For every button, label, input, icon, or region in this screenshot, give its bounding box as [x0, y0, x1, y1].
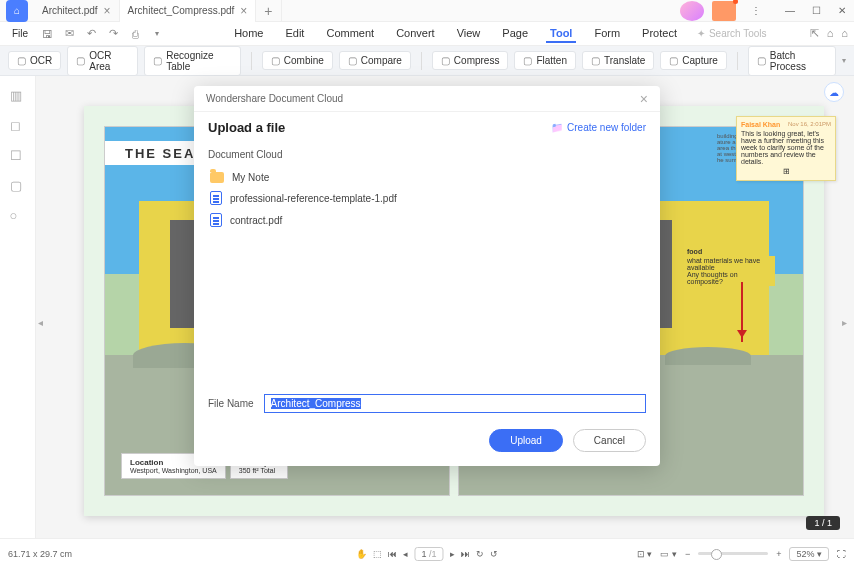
bookmark-icon[interactable]: ◻: [10, 118, 26, 134]
file-item[interactable]: professional-reference-template-1.pdf: [208, 187, 646, 209]
arrow-annotation: [741, 282, 743, 342]
pin-icon: ⊞: [741, 167, 831, 176]
rotate-icon[interactable]: ↻: [476, 549, 484, 559]
document-tab[interactable]: Architect.pdf ×: [34, 0, 120, 22]
next-page-icon[interactable]: ▸: [450, 549, 455, 559]
profile-avatar[interactable]: [680, 1, 704, 21]
item-label: My Note: [232, 172, 269, 183]
page-indicator: 1 / 1: [806, 516, 840, 530]
tool-compare[interactable]: Compare: [339, 51, 411, 70]
undo-icon[interactable]: ↶: [82, 25, 100, 43]
share-icon[interactable]: ⇱: [810, 27, 819, 40]
folder-item[interactable]: My Note: [208, 168, 646, 187]
tab-label: Architect.pdf: [42, 5, 98, 16]
status-bar: 61.71 x 29.7 cm ✋ ⬚ ⏮ ◂ 1 /1 ▸ ⏭ ↻ ↺ ⊡ ▾…: [0, 538, 854, 568]
first-page-icon[interactable]: ⏮: [388, 549, 397, 559]
main-menu-tabs: HomeEditCommentConvertViewPageToolFormPr…: [230, 25, 681, 43]
notification-icon[interactable]: [712, 1, 736, 21]
menu-tab-view[interactable]: View: [453, 25, 485, 43]
hand-tool-icon[interactable]: ✋: [356, 549, 367, 559]
zoom-slider[interactable]: [698, 552, 768, 555]
mail-icon[interactable]: ✉: [60, 25, 78, 43]
tool-recognize-table[interactable]: Recognize Table: [144, 46, 241, 76]
cloud-icon[interactable]: ⌂: [827, 27, 834, 40]
pdf-icon: [210, 213, 222, 227]
tool-ocr[interactable]: OCR: [8, 51, 61, 70]
fit-mode-icon[interactable]: ⊡ ▾: [637, 549, 653, 559]
tool-batch-process[interactable]: Batch Process: [748, 46, 836, 76]
folder-icon: [210, 172, 224, 183]
menu-tab-edit[interactable]: Edit: [281, 25, 308, 43]
fullscreen-icon[interactable]: ⛶: [837, 549, 846, 559]
comment-panel-icon[interactable]: ☐: [10, 148, 26, 164]
tool-translate[interactable]: Translate: [582, 51, 654, 70]
document-tab[interactable]: Architect_Compress.pdf ×: [120, 0, 257, 22]
tool-flatten[interactable]: Flatten: [514, 51, 576, 70]
menu-tab-home[interactable]: Home: [230, 25, 267, 43]
dialog-title: Wondershare Document Cloud: [206, 93, 343, 104]
item-label: professional-reference-template-1.pdf: [230, 193, 397, 204]
sparkle-icon: ✦: [697, 28, 705, 39]
upload-button[interactable]: Upload: [489, 429, 563, 452]
filename-input[interactable]: [264, 394, 646, 413]
item-label: contract.pdf: [230, 215, 282, 226]
minimize-button[interactable]: —: [778, 1, 802, 21]
file-menu[interactable]: File: [6, 26, 34, 41]
redo-icon[interactable]: ↷: [104, 25, 122, 43]
zoom-in-icon[interactable]: +: [776, 549, 781, 559]
more-icon[interactable]: ⋮: [744, 1, 768, 21]
note-body: This is looking great, let's have a furt…: [741, 130, 831, 165]
search-tools[interactable]: ✦ Search Tools: [697, 28, 767, 39]
maximize-button[interactable]: ☐: [804, 1, 828, 21]
menu-tab-convert[interactable]: Convert: [392, 25, 439, 43]
close-window-button[interactable]: ✕: [830, 1, 854, 21]
close-dialog-icon[interactable]: ×: [640, 91, 648, 107]
zoom-out-icon[interactable]: −: [685, 549, 690, 559]
new-tab-button[interactable]: +: [256, 0, 281, 22]
dialog-heading: Upload a file: [208, 120, 285, 135]
toolbar-overflow-icon[interactable]: ▾: [842, 56, 846, 65]
prev-page-icon[interactable]: ◂: [403, 549, 408, 559]
zoom-value[interactable]: 52% ▾: [789, 547, 829, 561]
tool-compress[interactable]: Compress: [432, 51, 509, 70]
left-rail: ▥ ◻ ☐ ▢ ○: [0, 76, 36, 538]
menu-tab-form[interactable]: Form: [590, 25, 624, 43]
prev-page-arrow[interactable]: ◂: [38, 307, 48, 337]
filename-label: File Name: [208, 398, 254, 409]
print-icon[interactable]: ⎙: [126, 25, 144, 43]
breadcrumb[interactable]: Document Cloud: [208, 149, 646, 160]
rotate-ccw-icon[interactable]: ↺: [490, 549, 498, 559]
view-mode-icon[interactable]: ▭ ▾: [660, 549, 677, 559]
sticky-note[interactable]: Faisal KhanNov 16, 2:01PM This is lookin…: [736, 116, 836, 181]
attachment-icon[interactable]: ▢: [10, 178, 26, 194]
close-tab-icon[interactable]: ×: [104, 4, 111, 18]
last-page-icon[interactable]: ⏭: [461, 549, 470, 559]
select-tool-icon[interactable]: ⬚: [373, 549, 382, 559]
highlighted-note: food what materials we have available An…: [685, 247, 775, 286]
cancel-button[interactable]: Cancel: [573, 429, 646, 452]
menu-tab-comment[interactable]: Comment: [322, 25, 378, 43]
menu-tab-protect[interactable]: Protect: [638, 25, 681, 43]
upload-dialog: Wondershare Document Cloud × Upload a fi…: [194, 86, 660, 466]
tool-toolbar: OCROCR AreaRecognize TableCombineCompare…: [0, 46, 854, 76]
menu-tab-page[interactable]: Page: [498, 25, 532, 43]
close-tab-icon[interactable]: ×: [240, 4, 247, 18]
save-icon[interactable]: 🖫: [38, 25, 56, 43]
cloud-badge-icon[interactable]: ☁: [824, 82, 844, 102]
menu-bar: File 🖫 ✉ ↶ ↷ ⎙ ▾ HomeEditCommentConvertV…: [0, 22, 854, 46]
thumbnails-icon[interactable]: ▥: [10, 88, 26, 104]
chevron-down-icon[interactable]: ▾: [148, 25, 166, 43]
tab-label: Architect_Compress.pdf: [128, 5, 235, 16]
page-input[interactable]: 1 /1: [414, 547, 443, 561]
menu-tab-tool[interactable]: Tool: [546, 25, 576, 43]
app-logo: ⌂: [6, 0, 28, 22]
file-item[interactable]: contract.pdf: [208, 209, 646, 231]
note-time: Nov 16, 2:01PM: [788, 121, 831, 128]
tool-capture[interactable]: Capture: [660, 51, 727, 70]
tool-ocr-area[interactable]: OCR Area: [67, 46, 138, 76]
create-folder-button[interactable]: Create new folder: [551, 122, 646, 133]
search-icon[interactable]: ○: [10, 208, 26, 224]
next-page-arrow[interactable]: ▸: [842, 307, 852, 337]
home-icon[interactable]: ⌂: [841, 27, 848, 40]
tool-combine[interactable]: Combine: [262, 51, 333, 70]
